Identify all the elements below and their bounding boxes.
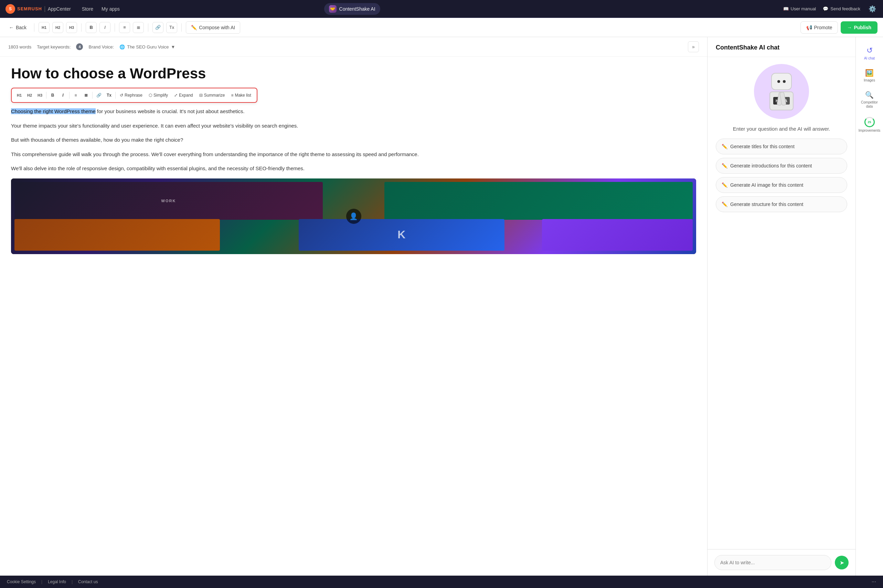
ft-rephrase-button[interactable]: ↺ Rephrase: [117, 90, 145, 100]
clear-format-button[interactable]: Tx: [166, 22, 177, 33]
keywords-count-badge[interactable]: 4: [76, 44, 83, 50]
sidebar-item-improvements[interactable]: 25 Improvements: [857, 114, 881, 136]
ft-expand-button[interactable]: ⤢ Expand: [171, 90, 196, 100]
ai-chat-panel: ContentShake AI chat H A: [707, 37, 856, 576]
settings-button[interactable]: ⚙️: [867, 4, 877, 14]
back-button[interactable]: ← Back: [6, 23, 30, 32]
target-keywords-label: Target keywords:: [37, 44, 71, 50]
appcenter-label: AppCenter: [48, 6, 71, 12]
h3-button[interactable]: H3: [66, 22, 77, 33]
floating-text-toolbar: H1 H2 H3 B I ≡ ≣ 🔗 Tx ↺ Rephrase ⬡: [11, 88, 257, 103]
message-icon: 💬: [823, 6, 828, 11]
article-paragraph-2: Your theme impacts your site's functiona…: [11, 122, 696, 130]
send-icon: ➤: [839, 560, 844, 566]
ft-separator-1: [46, 92, 47, 99]
ft-make-list-button[interactable]: ≡ Make list: [228, 90, 254, 100]
sidebar-item-images[interactable]: 🖼️ Images: [857, 65, 881, 86]
article-title: How to choose a WordPress: [11, 65, 696, 82]
ai-intro-text: Enter your question and the AI will answ…: [733, 126, 830, 132]
toolbar-separator-2: [81, 23, 81, 32]
brand-voice-value: The SEO Guru Voice: [127, 44, 168, 50]
footer-sep-1: |: [41, 579, 42, 584]
right-sidebar: ↺ AI chat 🖼️ Images 🔍 Competitor data 25…: [856, 37, 883, 576]
improvements-sidebar-label: Improvements: [859, 129, 880, 133]
image-collage: WORK K 👤: [11, 178, 696, 254]
send-feedback-link[interactable]: 💬 Send feedback: [823, 6, 860, 11]
link-button[interactable]: 🔗: [152, 22, 164, 33]
article-image: WORK K 👤: [11, 178, 696, 254]
app-badge[interactable]: 🤝 ContentShake AI: [324, 3, 380, 15]
ai-send-button[interactable]: ➤: [835, 556, 848, 569]
ft-h1-button[interactable]: H1: [15, 90, 24, 100]
word-count: 1803 words: [8, 44, 31, 50]
toolbar-separator-3: [114, 23, 115, 32]
ai-chat-sidebar-label: AI chat: [864, 56, 875, 60]
contact-us-link[interactable]: Contact us: [78, 579, 98, 584]
footer: Cookie Settings | Legal Info | Contact u…: [0, 576, 883, 588]
main-area: 1803 words Target keywords: 4 Brand Voic…: [0, 37, 883, 576]
robot-eye-right: [783, 80, 785, 83]
list-icon: ≡: [231, 93, 233, 98]
ft-unordered-list-button[interactable]: ≣: [81, 90, 91, 100]
semrush-logo[interactable]: S SEMRUSH | AppCenter: [6, 4, 71, 14]
ft-bold-button[interactable]: B: [48, 90, 57, 100]
ft-separator-3: [92, 92, 93, 99]
promote-button[interactable]: 📢 Promote: [800, 21, 838, 34]
toolbar-separator-1: [34, 23, 35, 32]
bold-button[interactable]: B: [86, 22, 97, 33]
app-icon: 🤝: [329, 5, 337, 13]
generate-ai-image-button[interactable]: ✏️ Generate AI image for this content: [716, 177, 847, 193]
brand-name: SEMRUSH: [17, 6, 42, 11]
editor-panel: 1803 words Target keywords: 4 Brand Voic…: [0, 37, 707, 576]
robot-eye-left: [777, 80, 780, 83]
sidebar-item-competitor-data[interactable]: 🔍 Competitor data: [857, 87, 881, 112]
ft-clear-format-button[interactable]: Tx: [104, 90, 114, 100]
my-apps-link[interactable]: My apps: [102, 6, 120, 12]
article-paragraph-5: We'll also delve into the role of respon…: [11, 164, 696, 173]
generate-introductions-button[interactable]: ✏️ Generate introductions for this conte…: [716, 158, 847, 174]
article-paragraph-3: But with thousands of themes available, …: [11, 135, 696, 144]
expand-icon: ⤢: [174, 93, 178, 98]
robot-body: H A: [769, 73, 794, 110]
ft-italic-button[interactable]: I: [58, 90, 68, 100]
ordered-list-button[interactable]: ≡: [119, 22, 130, 33]
ft-simplify-button[interactable]: ⬡ Simplify: [146, 90, 171, 100]
editor-toolbar: ← Back H1 H2 H3 B I ≡ ≣ 🔗 Tx ✏️ Compose …: [0, 18, 883, 37]
legal-info-link[interactable]: Legal Info: [48, 579, 66, 584]
brand-voice-selector[interactable]: 🌐 The SEO Guru Voice ▼: [119, 44, 175, 50]
rephrase-icon: ↺: [120, 93, 123, 98]
cookie-settings-link[interactable]: Cookie Settings: [7, 579, 36, 584]
ft-link-button[interactable]: 🔗: [94, 90, 104, 100]
ft-h3-button[interactable]: H3: [35, 90, 45, 100]
toolbar-separator-5: [181, 23, 182, 32]
expand-editor-button[interactable]: »: [688, 41, 699, 52]
article-paragraph-4: This comprehensive guide will walk you t…: [11, 150, 696, 159]
sidebar-item-ai-chat[interactable]: ↺ AI chat: [857, 43, 881, 64]
ai-chat-input[interactable]: [715, 555, 831, 570]
generate-structure-button[interactable]: ✏️ Generate structure for this content: [716, 196, 847, 212]
ft-separator-4: [115, 92, 116, 99]
h2-button[interactable]: H2: [52, 22, 63, 33]
h1-button[interactable]: H1: [39, 22, 50, 33]
images-icon: 🖼️: [865, 69, 874, 77]
generate-titles-button[interactable]: ✏️ Generate titles for this content: [716, 139, 847, 154]
publish-button[interactable]: → Publish: [841, 21, 877, 34]
back-arrow-icon: ←: [9, 25, 14, 30]
structure-icon: ✏️: [722, 201, 728, 207]
generate-structure-label: Generate structure for this content: [730, 201, 803, 207]
compose-ai-button[interactable]: ✏️ Compose with AI: [186, 21, 240, 34]
ft-h2-button[interactable]: H2: [25, 90, 35, 100]
ft-ordered-list-button[interactable]: ≡: [71, 90, 81, 100]
unordered-list-button[interactable]: ≣: [133, 22, 144, 33]
italic-button[interactable]: I: [99, 22, 110, 33]
user-manual-link[interactable]: 📖 User manual: [783, 6, 816, 11]
robot-head: [771, 73, 792, 90]
editor-content[interactable]: How to choose a WordPress H1 H2 H3 B I ≡…: [0, 57, 707, 576]
introductions-icon: ✏️: [722, 163, 728, 168]
image-gen-icon: ✏️: [722, 182, 728, 188]
ft-summarize-button[interactable]: ⊟ Summarize: [197, 90, 228, 100]
promote-icon: 📢: [806, 25, 812, 30]
ai-robot-illustration: H A: [754, 64, 809, 119]
footer-more-button[interactable]: ···: [872, 579, 876, 585]
store-link[interactable]: Store: [82, 6, 93, 12]
